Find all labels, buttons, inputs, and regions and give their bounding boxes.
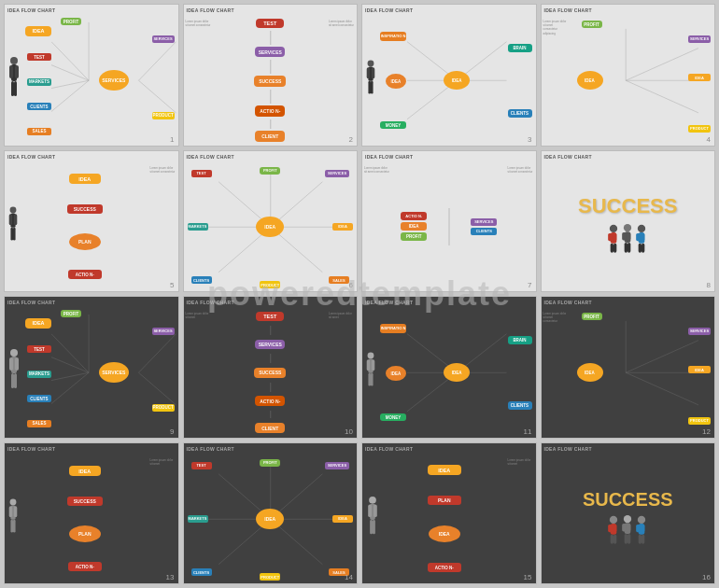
slide-15[interactable]: IDEA FLOW CHART IDEA PLAN IDE <box>361 442 537 585</box>
services-node-2: SERVICES <box>255 47 285 57</box>
slide-number-3: 3 <box>528 135 531 144</box>
svg-rect-36 <box>10 228 13 241</box>
slide-number-6: 6 <box>349 281 353 289</box>
arrow-10b <box>214 354 328 363</box>
svg-rect-3 <box>15 65 19 78</box>
slide-5[interactable]: IDEA FLOW CHART IDEA SUCCESS <box>4 150 179 293</box>
arrow-svg-2b <box>214 60 328 74</box>
svg-rect-86 <box>371 373 374 386</box>
svg-line-74 <box>138 334 176 373</box>
text-block-15r: Lorem ipsum dolor sit amet <box>508 455 534 584</box>
client-node-10: CLIENT <box>255 423 285 433</box>
svg-rect-99 <box>14 506 17 517</box>
svg-point-109 <box>369 497 376 504</box>
slide-title-13: IDEA FLOW CHART <box>7 446 176 452</box>
svg-line-73 <box>51 372 89 403</box>
slide-number-8: 8 <box>707 281 711 289</box>
svg-rect-50 <box>611 244 613 253</box>
success-text-8: SUCCESS <box>578 194 677 218</box>
idea-node-9: IDEA <box>25 318 51 329</box>
svg-line-10 <box>138 42 176 81</box>
slide-title-10: IDEA FLOW CHART <box>187 300 355 305</box>
slide-title-4: IDEA FLOW CHART <box>544 7 712 13</box>
slide-12[interactable]: IDEA FLOW CHART Lorem ipsum dolor sit am… <box>541 296 716 439</box>
svg-rect-66 <box>9 357 13 371</box>
idea-node-1: IDEA <box>25 26 51 36</box>
slide-10[interactable]: IDEA FLOW CHART Lorem ipsum dolor sit am… <box>183 296 359 439</box>
brain-node-11: BRAIN <box>508 336 532 344</box>
action-node-5: ACTIO N- <box>68 270 102 279</box>
markets-node-9: MARKETS <box>27 371 51 378</box>
profit-node-12: PROFIT <box>582 313 602 320</box>
slide-title-9: IDEA FLOW CHART <box>7 300 176 305</box>
slide-number-11: 11 <box>524 427 532 436</box>
svg-rect-117 <box>608 525 612 532</box>
slide-title-15: IDEA FLOW CHART <box>365 446 533 452</box>
slide-number-5: 5 <box>170 281 174 289</box>
slide-title-6: IDEA FLOW CHART <box>187 154 355 160</box>
svg-rect-57 <box>627 243 630 253</box>
services-oval-1: SERVICES <box>99 70 129 91</box>
svg-rect-83 <box>367 360 370 371</box>
product-node-6: PRODUCT <box>260 281 280 288</box>
sales-node-9: SALES <box>27 420 51 427</box>
svg-rect-114 <box>373 520 375 534</box>
svg-line-72 <box>51 372 89 380</box>
idea-oval-11: IDEA <box>386 366 406 381</box>
action-node-13: ACTIO N- <box>68 562 102 571</box>
clients-node-6: CLIENTS <box>191 276 212 284</box>
services-node-4: SERVICES <box>688 35 711 43</box>
slide-11[interactable]: IDEA FLOW CHART INSPIRATIO N IDEA <box>361 296 537 439</box>
slide-6[interactable]: IDEA FLOW CHART IDEA PROFIT TEST SERVICE… <box>183 150 359 293</box>
slide-13[interactable]: IDEA FLOW CHART IDEA SUCCESS <box>4 442 179 585</box>
svg-rect-131 <box>639 535 641 544</box>
slide-14[interactable]: IDEA FLOW CHART IDEA PROFIT TEST SERVICE… <box>183 442 359 585</box>
profit-node-4: PROFIT <box>582 21 602 28</box>
svg-rect-126 <box>627 534 630 544</box>
svg-rect-111 <box>368 504 372 516</box>
plan-oval-5: PLAN <box>69 233 101 250</box>
svg-point-46 <box>610 225 617 232</box>
svg-rect-35 <box>14 214 17 225</box>
slide-title-12: IDEA FLOW CHART <box>544 300 712 305</box>
product-node-12: PRODUCT <box>688 417 711 425</box>
slide-7[interactable]: IDEA FLOW CHART Lorem ipsum dolor sit am… <box>361 150 537 293</box>
slide-2[interactable]: IDEA FLOW CHART Lorem ipsum dolor sit am… <box>183 4 359 147</box>
slide-4[interactable]: IDEA FLOW CHART Lorem ipsum dolor sit am… <box>541 4 716 147</box>
slide-16[interactable]: IDEA FLOW CHART SUCCESS <box>541 442 716 585</box>
slide-number-14: 14 <box>345 573 353 581</box>
svg-rect-84 <box>372 360 374 371</box>
slide-number-1: 1 <box>170 135 174 144</box>
idea-center-6: IDEA <box>256 217 284 237</box>
svg-line-75 <box>138 372 176 405</box>
idea-node-5: IDEA <box>69 174 101 184</box>
slide-8[interactable]: IDEA FLOW CHART SUCCESS <box>541 150 716 293</box>
svg-rect-62 <box>639 244 641 253</box>
idea-oval-4: IDEA <box>577 71 603 90</box>
svg-rect-69 <box>14 373 17 388</box>
slide-title-11: IDEA FLOW CHART <box>365 300 533 305</box>
slide-9[interactable]: IDEA FLOW CHART IDEA TEST MAR <box>4 296 179 439</box>
services-node-6: SERVICES <box>325 170 349 177</box>
slide-number-16: 16 <box>702 573 711 581</box>
svg-point-81 <box>368 353 374 359</box>
text-block-2r: Lorem ipsum dolor sit amet consectetur <box>329 16 355 146</box>
person-icon-9 <box>7 348 21 397</box>
slide-3[interactable]: IDEA FLOW CHART INSPIRATIO N <box>361 4 537 147</box>
services-r-9: SERVICES <box>152 328 175 335</box>
slide-number-15: 15 <box>524 573 532 581</box>
svg-rect-22 <box>371 81 374 94</box>
svg-line-6 <box>51 42 89 81</box>
action-node-10: ACTIO N- <box>255 396 285 406</box>
people-group-16 <box>604 513 651 549</box>
success-node-2: SUCCESS <box>254 76 286 87</box>
slide-number-2: 2 <box>349 135 353 144</box>
services-node-14: SERVICES <box>325 462 349 469</box>
person-icon-3 <box>365 57 376 104</box>
slide-1[interactable]: IDEA FLOW CHART IDEA <box>4 4 179 147</box>
arrow-10d <box>214 411 328 418</box>
person-icon-11 <box>365 349 376 396</box>
svg-rect-37 <box>13 228 16 241</box>
slide-title-14: IDEA FLOW CHART <box>187 446 355 452</box>
brain-node-3: BRAIN <box>508 44 532 52</box>
